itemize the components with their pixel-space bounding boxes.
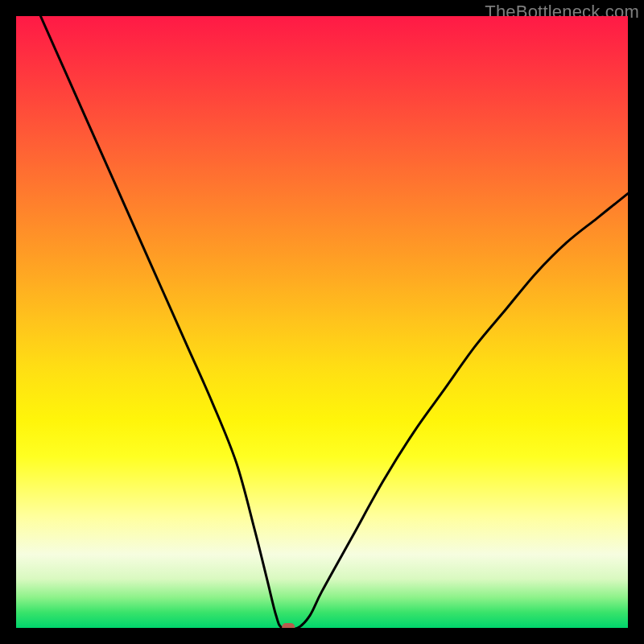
bottleneck-curve [16, 16, 628, 628]
plot-area [16, 16, 628, 628]
chart-frame: TheBottleneck.com [0, 0, 644, 644]
curve-minimum-marker [282, 623, 295, 628]
